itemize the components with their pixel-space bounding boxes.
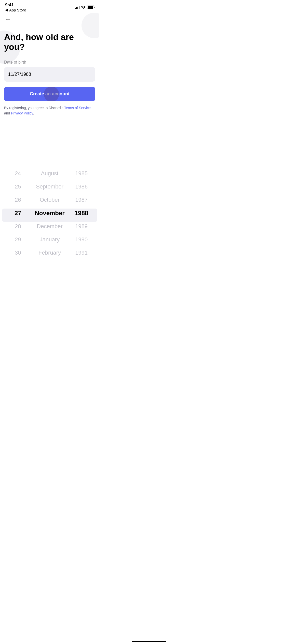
picker-item-month-October[interactable]: October [34, 193, 66, 207]
ripple-effect [44, 87, 59, 101]
picker-item-day-24[interactable]: 24 [2, 167, 34, 180]
app-store-label: ◀ App Store [5, 8, 26, 12]
picker-item-day-28[interactable]: 28 [2, 220, 34, 233]
create-account-button[interactable]: Create an account [4, 87, 95, 101]
picker-column-day[interactable]: 24252627282930 [2, 167, 34, 259]
picker-item-month-November[interactable]: November [34, 207, 66, 220]
picker-item-day-25[interactable]: 25 [2, 180, 34, 193]
picker-item-day-29[interactable]: 29 [2, 233, 34, 246]
picker-item-day-27[interactable]: 27 [2, 207, 34, 220]
back-chevron-small: ◀ [5, 8, 8, 12]
date-picker[interactable]: 24252627282930AugustSeptemberOctoberNove… [0, 167, 99, 264]
picker-item-day-26[interactable]: 26 [2, 193, 34, 207]
picker-item-year-1990[interactable]: 1990 [65, 233, 97, 246]
picker-item-month-August[interactable]: August [34, 167, 66, 180]
picker-item-month-February[interactable]: February [34, 246, 66, 259]
status-time: 9:41 [5, 3, 14, 8]
status-bar: 9:41 ◀ App Store [0, 0, 99, 13]
page-title: And, how old are you? [4, 32, 95, 52]
picker-item-year-1988[interactable]: 1988 [65, 207, 97, 220]
picker-item-month-December[interactable]: December [34, 220, 66, 233]
battery-icon [87, 6, 94, 9]
terms-of-service-link[interactable]: Terms of Service [64, 106, 91, 110]
picker-item-day-30[interactable]: 30 [2, 246, 34, 259]
status-icons [75, 5, 94, 10]
main-content: And, how old are you? Date of birth Crea… [0, 27, 99, 116]
dob-label: Date of birth [4, 60, 95, 65]
picker-item-year-1991[interactable]: 1991 [65, 246, 97, 259]
picker-item-year-1987[interactable]: 1987 [65, 193, 97, 207]
picker-item-month-January[interactable]: January [34, 233, 66, 246]
picker-item-year-1985[interactable]: 1985 [65, 167, 97, 180]
picker-column-month[interactable]: AugustSeptemberOctoberNovemberDecemberJa… [34, 167, 66, 259]
signal-icon [75, 6, 79, 9]
picker-columns: 24252627282930AugustSeptemberOctoberNove… [0, 167, 99, 259]
picker-item-year-1989[interactable]: 1989 [65, 220, 97, 233]
back-arrow-icon: ← [5, 16, 11, 23]
terms-text: By registering, you agree to Discord's T… [4, 105, 95, 116]
back-button[interactable]: ← [4, 15, 12, 24]
picker-column-year[interactable]: 1985198619871988198919901991 [65, 167, 97, 259]
dob-input[interactable] [4, 67, 95, 82]
wifi-icon [81, 5, 86, 10]
picker-item-year-1986[interactable]: 1986 [65, 180, 97, 193]
picker-item-month-September[interactable]: September [34, 180, 66, 193]
privacy-policy-link[interactable]: Privacy Policy [11, 111, 33, 115]
